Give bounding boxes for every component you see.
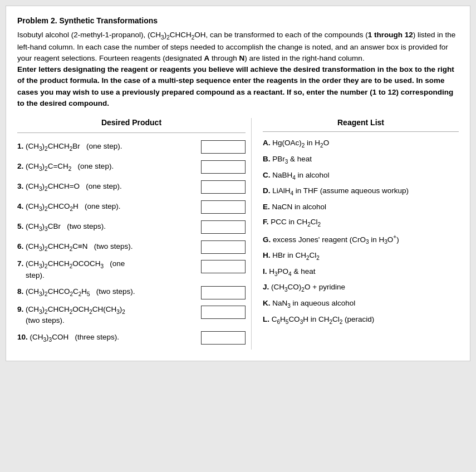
left-column: Desired Product 1. (CH3)2CHCH2Br (one st… (17, 118, 251, 350)
bold-instructions: Enter letters designating the reagent or… (17, 65, 454, 107)
answer-input-1[interactable] (201, 140, 246, 154)
product-row-3: 3. (CH3)2CHCH=O (one step). (17, 179, 246, 195)
answer-input-9[interactable] (201, 306, 246, 319)
reagent-C: C. NaBH4 in alcohol (263, 170, 459, 182)
product-row-6: 6. (CH3)2CHCH2C≡N (two steps). (17, 239, 246, 255)
reagent-list-header: Reagent List (263, 118, 459, 127)
reagent-H: H. HBr in CH2Cl2 (263, 250, 459, 262)
product-label-2: 2. (CH3)2C=CH2 (one step). (17, 161, 197, 173)
intro-text: Isobutyl alcohol (2-methyl-1-propanol), … (17, 30, 459, 109)
answer-input-5[interactable] (201, 220, 246, 234)
answer-input-7[interactable] (201, 260, 246, 273)
reagent-A: A. Hg(OAc)2 in H2O (263, 137, 459, 150)
right-column: Reagent List A. Hg(OAc)2 in H2O B. PBr3 … (251, 118, 459, 350)
product-row-5: 5. (CH3)3CBr (two steps). (17, 219, 246, 235)
product-row-9: 9. (CH3)2CHCH2OCH2CH(CH3)2 (two steps). (17, 304, 246, 327)
problem-title: Problem 2. Synthetic Transformations (17, 16, 459, 25)
main-layout: Desired Product 1. (CH3)2CHCH2Br (one st… (17, 118, 459, 350)
product-label-8: 8. (CH3)2CHCO2C2H5 (two steps). (17, 287, 197, 298)
product-row-1: 1. (CH3)2CHCH2Br (one step). (17, 139, 246, 155)
product-row-7: 7. (CH3)2CHCH2OCOCH3 (one step). (17, 259, 246, 281)
product-row-4: 4. (CH3)2CHCO2H (one step). (17, 199, 246, 215)
desired-product-header: Desired Product (17, 118, 246, 127)
reagent-G: G. excess Jones' reagent (CrO3 in H3O+) (263, 233, 459, 246)
answer-input-8[interactable] (201, 286, 246, 299)
reagent-E: E. NaCN in alcohol (263, 201, 459, 213)
answer-input-4[interactable] (201, 200, 246, 214)
product-label-5: 5. (CH3)3CBr (two steps). (17, 222, 197, 233)
product-label-10: 10. (CH3)3COH (three steps). (17, 332, 197, 344)
product-label-7: 7. (CH3)2CHCH2OCOCH3 (one step). (17, 259, 197, 281)
answer-input-3[interactable] (201, 180, 246, 194)
product-label-6: 6. (CH3)2CHCH2C≡N (two steps). (17, 242, 197, 253)
reagent-J: J. (CH3CO)2O + pyridine (263, 282, 459, 294)
product-label-1: 1. (CH3)2CHCH2Br (one step). (17, 141, 197, 153)
product-label-9: 9. (CH3)2CHCH2OCH2CH(CH3)2 (two steps). (17, 304, 197, 327)
answer-input-2[interactable] (201, 160, 246, 174)
product-row-2: 2. (CH3)2C=CH2 (one step). (17, 159, 246, 175)
page-container: Problem 2. Synthetic Transformations Iso… (6, 6, 470, 361)
reagent-I: I. H3PO4 & heat (263, 266, 459, 278)
reagent-B: B. PBr3 & heat (263, 154, 459, 166)
reagent-L: L. C6H5CO3H in CH2Cl2 (peracid) (263, 314, 459, 326)
answer-input-6[interactable] (201, 240, 246, 254)
product-row-8: 8. (CH3)2CHCO2C2H5 (two steps). (17, 284, 246, 301)
reagent-F: F. PCC in CH2Cl2 (263, 217, 459, 229)
product-label-4: 4. (CH3)2CHCO2H (one step). (17, 201, 197, 213)
product-row-10: 10. (CH3)3COH (three steps). (17, 330, 246, 346)
reagent-K: K. NaN3 in aqueous alcohol (263, 298, 459, 310)
reagent-D: D. LiAlH4 in THF (assume aqueous workup) (263, 185, 459, 198)
answer-input-10[interactable] (201, 331, 246, 345)
product-label-3: 3. (CH3)2CHCH=O (one step). (17, 181, 197, 193)
